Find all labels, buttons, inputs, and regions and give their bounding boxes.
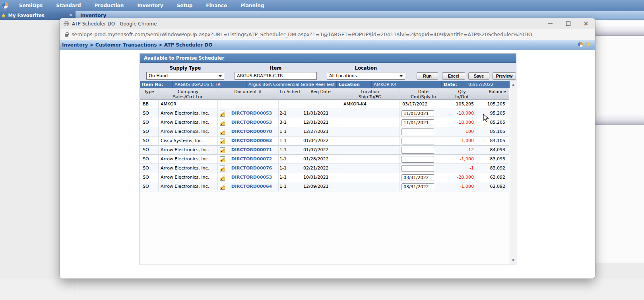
cell-req-date [301, 100, 340, 109]
document-link[interactable]: DIRCTORD00063 [225, 136, 278, 145]
cell-company: Arrow Electronics, Inc. [159, 155, 218, 164]
table-row: SO Cisco Systems, Inc. DIRCTORD00063 1-1… [140, 136, 509, 146]
supply-type-value: On Hand [149, 73, 168, 78]
info-date-value: 03/17/2022 [466, 81, 516, 88]
favourites-collapse-chevron-icon[interactable]: » [68, 14, 74, 17]
cell-location [340, 127, 400, 136]
panel-title: Available to Promise Scheduler [140, 54, 516, 63]
document-link[interactable]: DIRCTORD00071 [225, 146, 278, 154]
vertical-scrollbar[interactable]: ▲ ▼ [510, 81, 516, 264]
edit-document-icon[interactable] [220, 184, 225, 190]
atp-grid: Type CompanySales/Crrt Loc Document # Ln… [140, 88, 509, 259]
commit-date-input[interactable] [402, 183, 434, 190]
minimize-button[interactable] [547, 20, 554, 27]
preview-button[interactable]: Preview [493, 72, 516, 80]
commit-date-input[interactable] [402, 165, 434, 172]
document-link[interactable]: DIRCTORD00070 [225, 127, 278, 136]
cell-type: BB [140, 100, 159, 109]
commit-date-input[interactable] [402, 147, 434, 154]
location-select[interactable]: All Locations [327, 72, 405, 80]
cell-date-cmt [400, 109, 447, 118]
edit-document-icon[interactable] [220, 138, 225, 144]
menu-inventory[interactable]: Inventory [130, 3, 170, 8]
document-link[interactable]: DIRCTORD00053 [225, 173, 278, 182]
document-link[interactable]: DIRCTORD00076 [225, 164, 278, 173]
cell-ln-sched: 1-1 [279, 155, 301, 164]
cell-location [340, 182, 400, 191]
document-link[interactable]: DIRCTORD00064 [225, 182, 278, 191]
add-favourite-star-icon[interactable]: ★ [586, 41, 591, 48]
supply-type-select[interactable]: On Hand [146, 72, 224, 80]
menu-setup[interactable]: Setup [170, 3, 200, 8]
edit-document-icon[interactable] [220, 156, 225, 162]
run-button[interactable]: Run [417, 72, 438, 80]
commit-date-input[interactable] [402, 138, 434, 144]
table-row: BB AMKOR AMKOR-K4 03/17/2022 105,205 105… [140, 100, 509, 109]
menu-semiops[interactable]: SemiOps [12, 3, 49, 8]
cell-company: Cisco Systems, Inc. [159, 136, 218, 146]
excel-button[interactable]: Excel [442, 72, 465, 80]
cell-qty: -10,000 [447, 109, 477, 118]
breadcrumb-globe-icon[interactable] [578, 42, 583, 47]
info-item-no-label: Item No: [140, 81, 173, 88]
cell-document: DIRCTORD00076 [218, 164, 279, 173]
commit-date-input[interactable] [402, 119, 434, 126]
window-title: ATP Scheduler DO - Google Chrome [72, 21, 157, 27]
commit-date-input[interactable] [402, 156, 434, 163]
background-bottom-area [0, 279, 644, 300]
cell-company: Arrow Electronics, Inc. [159, 173, 218, 182]
address-bar[interactable]: semiops-prod.mytensoft.com/Semi/WindowPo… [60, 29, 595, 40]
cell-req-date: 02/21/2022 [301, 164, 340, 173]
commit-date-input[interactable] [402, 129, 434, 135]
close-button[interactable]: ✕ [582, 20, 590, 27]
breadcrumb: Inventory > Customer Transactions > ATP … [62, 42, 212, 48]
cell-qty: 105,205 [447, 100, 477, 109]
chrome-popup-window: ATP Scheduler DO - Google Chrome ✕ semio… [60, 18, 595, 279]
atp-scheduler-panel: Available to Promise Scheduler Supply Ty… [140, 53, 516, 265]
menu-standard[interactable]: Standard [49, 3, 87, 8]
cell-balance: 85,205 [477, 118, 509, 127]
top-menu-bar: SemiOps Standard Production Inventory Se… [0, 0, 644, 11]
location-value: All Locations [329, 73, 357, 78]
cell-document: DIRCTORD00053 [218, 109, 279, 118]
col-header-document: Document # [218, 88, 279, 99]
menu-finance[interactable]: Finance [199, 3, 234, 8]
scroll-down-arrow-icon[interactable]: ▼ [510, 257, 516, 263]
cell-balance: 84,105 [477, 136, 509, 146]
save-button[interactable]: Save [468, 72, 489, 80]
edit-document-icon[interactable] [220, 129, 225, 135]
cell-ln-sched [279, 100, 301, 109]
cell-qty: -1,000 [447, 155, 477, 164]
maximize-button[interactable] [564, 20, 572, 27]
cell-qty: -1 [447, 164, 477, 173]
edit-document-icon[interactable] [220, 147, 225, 153]
cell-req-date: 01/07/2022 [301, 146, 340, 155]
cell-balance: 62,092 [477, 182, 509, 191]
commit-date-input[interactable] [402, 110, 434, 117]
window-title-bar[interactable]: ATP Scheduler DO - Google Chrome ✕ [60, 18, 595, 29]
col-header-type: Type [140, 88, 159, 99]
commit-date-input[interactable] [402, 174, 434, 181]
cell-balance: 105,205 [477, 100, 509, 109]
menu-planning[interactable]: Planning [234, 3, 271, 8]
edit-document-icon[interactable] [220, 175, 225, 181]
cell-date-cmt: 03/17/2022 [400, 100, 447, 109]
cell-location [340, 164, 400, 173]
document-link[interactable]: DIRCTORD00053 [225, 109, 278, 118]
cell-document: DIRCTORD00071 [218, 146, 279, 155]
menu-production[interactable]: Production [88, 3, 131, 8]
document-link[interactable]: DIRCTORD00072 [225, 155, 278, 164]
table-row: SO Arrow Electronics, Inc. DIRCTORD00053… [140, 118, 509, 127]
item-input[interactable] [235, 72, 317, 80]
edit-document-icon[interactable] [220, 166, 225, 171]
tab-inventory[interactable]: Inventory [80, 13, 106, 18]
edit-document-icon[interactable] [220, 111, 225, 117]
document-link[interactable]: DIRCTORD00053 [225, 118, 278, 127]
popup-content: Available to Promise Scheduler Supply Ty… [60, 50, 595, 279]
col-header-balance: Balance [477, 88, 509, 99]
scroll-up-arrow-icon[interactable]: ▲ [510, 82, 516, 88]
table-row: SO Arrow Electronics, Inc. DIRCTORD00072… [140, 155, 509, 164]
ssl-lock-icon[interactable] [65, 34, 68, 37]
cell-company: Arrow Electronics, Inc. [159, 127, 218, 136]
edit-document-icon[interactable] [220, 120, 225, 126]
